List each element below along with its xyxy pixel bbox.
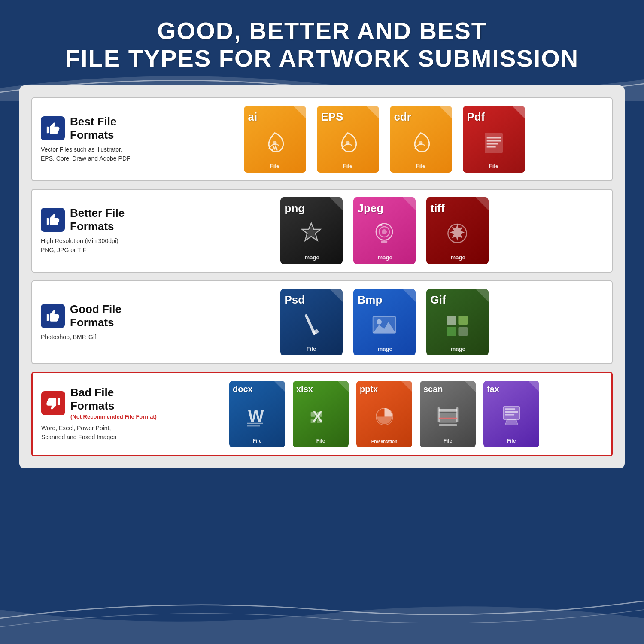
svg-point-20 [377,319,382,325]
file-bmp: Bmp Image [353,289,416,355]
file-xlsx: xlsx X File [293,381,349,447]
main-title: GOOD, BETTER AND BEST FILE TYPES FOR ART… [26,17,618,73]
file-tiff: tiff Image [426,197,489,264]
jpeg-visual [369,219,400,250]
svg-rect-27 [247,425,260,426]
cdr-ext: cdr [394,110,448,124]
file-pdf: Pdf File [463,106,525,173]
docx-ext: docx [233,384,282,394]
xlsx-label: File [296,438,345,444]
bmp-visual [369,310,400,341]
svg-text:W: W [248,407,264,425]
bad-files: docx W File xlsx [166,381,603,447]
better-row: Better File Formats High Resolution (Min… [31,189,613,273]
pptx-visual [371,403,398,431]
svg-rect-34 [438,409,457,412]
xlsx-ext: xlsx [296,384,345,394]
gif-ext: Gif [431,293,484,307]
tiff-ext: tiff [431,202,484,215]
better-thumbs-up-icon [46,213,60,227]
png-visual [296,219,327,250]
gif-visual [442,310,473,341]
cdr-visual [406,128,436,158]
pdf-visual [479,128,509,158]
file-cdr: cdr File [390,106,452,173]
bad-title: Bad File Formats [70,386,157,413]
fax-ext: fax [487,384,536,394]
png-label: Image [285,254,338,261]
svg-rect-41 [505,408,515,410]
svg-rect-30 [317,412,322,417]
eps-ext: EPS [321,110,375,124]
main-container: GOOD, BETTER AND BEST FILE TYPES FOR ART… [0,0,644,644]
best-thumb-icon [41,116,65,140]
gif-label: Image [431,346,484,352]
good-label: Good File Formats Photoshop, BMP, Gif [41,303,157,342]
svg-rect-36 [438,424,457,426]
best-row: Best File Formats Vector Files such as I… [31,97,613,181]
best-label: Best File Formats Vector Files such as I… [41,115,157,163]
tiff-label: Image [431,254,484,261]
svg-rect-13 [379,224,382,226]
scan-ext: scan [423,384,472,394]
ai-label: File [248,163,302,169]
svg-rect-14 [381,241,387,243]
file-gif: Gif Image [426,289,489,355]
file-scan: scan File [420,381,476,447]
best-files: ai File EPS [165,106,603,173]
svg-rect-21 [447,316,456,325]
svg-rect-29 [310,412,315,417]
svg-point-0 [273,141,276,145]
tiff-visual [442,219,473,250]
svg-rect-37 [437,407,439,422]
file-ai: ai File [244,106,306,173]
svg-rect-42 [505,411,518,413]
svg-rect-43 [505,414,514,415]
svg-line-16 [306,316,314,334]
pptx-ext: pptx [360,384,409,394]
svg-rect-26 [247,423,263,424]
best-title: Best File Formats [70,115,157,142]
bad-thumb-icon [41,391,65,415]
eps-visual [333,128,363,158]
svg-rect-31 [310,419,315,423]
svg-rect-5 [487,140,501,142]
svg-rect-23 [447,327,456,337]
bottom-curve [0,575,644,644]
pdf-ext: Pdf [467,110,521,124]
svg-rect-24 [458,327,468,337]
svg-rect-38 [456,407,458,422]
psd-label: File [285,346,338,352]
bad-row: Bad File Formats (Not Recommended File F… [31,372,613,456]
file-pptx: pptx Presentation [356,381,412,447]
file-docx: docx W File [229,381,285,447]
svg-point-2 [419,141,422,145]
svg-point-12 [382,229,387,234]
scan-visual [434,402,462,430]
thumbs-down-icon [46,396,61,410]
jpeg-ext: Jpeg [358,202,411,215]
ai-visual [260,128,290,158]
bmp-ext: Bmp [358,293,411,307]
better-label: Better File Formats High Resolution (Min… [41,207,157,255]
cdr-label: File [394,163,448,169]
better-desc: High Resolution (Min 300dpi) PNG, JPG or… [41,237,157,255]
scan-label: File [423,438,472,444]
better-title: Better File Formats [70,207,157,233]
docx-label: File [233,438,282,444]
fax-visual [498,402,526,430]
file-eps: EPS File [317,106,379,173]
good-desc: Photoshop, BMP, Gif [41,333,157,342]
best-desc: Vector Files such as Illustrator, EPS, C… [41,145,157,163]
bmp-label: Image [358,346,411,352]
pdf-label: File [467,163,521,169]
xlsx-visual: X [307,402,335,430]
svg-rect-4 [487,137,501,139]
svg-rect-32 [317,419,322,423]
svg-rect-6 [487,143,498,145]
svg-point-1 [346,141,349,145]
better-files: png Image Jpeg [165,197,603,264]
thumbs-up-icon [46,121,60,136]
ai-ext: ai [248,110,302,124]
good-row: Good File Formats Photoshop, BMP, Gif Ps… [31,280,613,364]
